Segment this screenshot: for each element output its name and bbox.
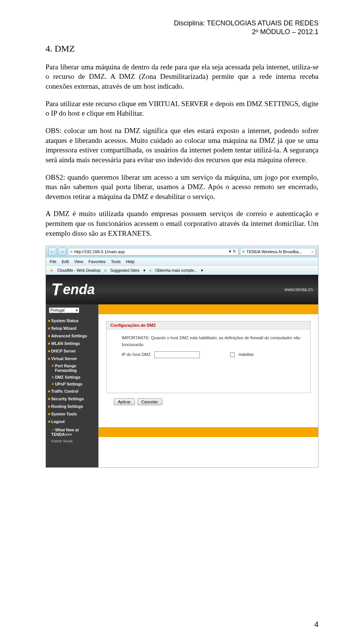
router-sidebar: Portugal ▾ System Status Setup Wizard Ad… [46,304,98,467]
content-top-stripe [99,304,318,314]
address-bar[interactable]: e http://192.168.0.1/main.asp ▾ ↻ [68,248,238,255]
menu-favorites[interactable]: Favorites [88,259,105,264]
menu-view[interactable]: View [74,259,83,264]
router-content: Configurações de DMZ IMPORTANTE: Quando … [98,304,318,467]
dropdown-icon[interactable]: ▾ [229,249,231,254]
section-title: 4. DMZ [46,44,318,54]
content-title: Configurações de DMZ [107,321,310,329]
paragraph-3: OBS: colocar um host na DMZ significa qu… [46,126,318,165]
sidebar-subitem-upnp-settings[interactable]: UPnP Settings [46,381,98,387]
sidebar-item-wlan-settings[interactable]: WLAN Settings [46,340,98,347]
sidebar-item-system-status[interactable]: System Status [46,317,98,324]
sidebar-item-logout[interactable]: Logout [46,418,98,425]
browser-nav-bar: ← → e http://192.168.0.1/main.asp ▾ ↻ e … [46,246,318,257]
header-line2: 2º MÓDULO – 2012.1 [46,28,318,36]
paragraph-4: OBS2: quando queremos liberar um acesso … [46,172,318,202]
paragraph-5: A DMZ é muito utilizada quando empresas … [46,209,318,238]
browser-menu-bar: File Edit View Favorites Tools Help [46,257,318,266]
tab-title: TENDA Wireless-N Broadba... [246,249,302,254]
sidebar-item-system-tools[interactable]: System Tools [46,410,98,418]
menu-file[interactable]: File [50,259,56,264]
dropdown-icon[interactable]: ▾ [143,268,146,273]
sidebar-item-traffic-control[interactable]: Traffic Control [46,387,98,395]
star-icon[interactable]: ★ [50,268,53,273]
sidebar-item-setup-wizard[interactable]: Setup Wizard [46,324,98,332]
sidebar-item-routing-settings[interactable]: Routing Settings [46,403,98,410]
ie-icon: e [149,268,152,273]
dropdown-icon[interactable]: ▾ [201,268,203,273]
ie-icon: e [104,268,107,273]
sidebar-whatnew-link[interactable]: →What New at TENDA>>> [46,425,98,437]
sidebar-item-virtual-server[interactable]: Virtual Server [46,355,98,362]
sidebar-item-security-settings[interactable]: Security Settings [46,395,98,403]
fav-obtenha[interactable]: Obtenha mais comple... [155,268,197,273]
menu-tools[interactable]: Tools [111,259,121,264]
enable-checkbox[interactable] [230,353,235,357]
address-url: http://192.168.0.1/main.asp [74,249,125,254]
fav-suggested[interactable]: Suggested Sites [110,268,139,273]
tab-ie-icon: e [242,249,245,254]
browser-tab[interactable]: e TENDA Wireless-N Broadba... × [240,248,316,255]
paragraph-2: Para utilizar este recurso clique em VIR… [46,99,318,118]
tenda-header: Tenda www.tenda.cn [46,275,318,304]
ie-icon: e [70,249,73,254]
sidebar-item-dhcp-server[interactable]: DHCP Server [46,347,98,355]
sidebar-item-advanced-settings[interactable]: Advanced Settings [46,332,98,340]
back-button[interactable]: ← [48,248,56,256]
refresh-icon[interactable]: ↻ [233,249,236,254]
apply-button[interactable]: Aplicar [114,398,135,405]
language-select[interactable]: Portugal ▾ [49,307,79,313]
tab-close-icon[interactable]: × [311,249,314,254]
sidebar-subitem-port-range[interactable]: Port Range Forwarding [46,362,98,374]
sidebar-copyright: ©2009 Tenda [46,437,98,445]
forward-button[interactable]: → [58,248,66,256]
favorites-bar: ★ CloudMe - Web Desktop e Suggested Site… [46,266,318,275]
enable-label: Habilitar [238,351,254,358]
paragraph-1: Para liberar uma máquina de dentro da re… [46,62,318,91]
chevron-down-icon: ▾ [76,308,78,312]
router-screenshot: ← → e http://192.168.0.1/main.asp ▾ ↻ e … [46,246,318,468]
tenda-url: www.tenda.cn [284,287,313,292]
content-important-text: IMPORTANTE: Quando o host DMZ está habil… [122,335,303,348]
language-value: Portugal [50,308,64,312]
fav-cloudme[interactable]: CloudMe - Web Desktop [57,268,100,273]
content-bottom-stripe [99,427,318,437]
page-header: Disciplina: TECNOLOGIAS ATUAIS DE REDES … [46,19,318,37]
ip-host-label: IP do host DMZ [122,351,151,358]
header-line1: Disciplina: TECNOLOGIAS ATUAIS DE REDES [46,19,318,28]
menu-help[interactable]: Help [126,259,135,264]
ip-host-input[interactable] [154,351,200,358]
cancel-button[interactable]: Cancelar [137,398,162,405]
menu-edit[interactable]: Edit [62,259,69,264]
page-number: 4 [314,620,318,629]
sidebar-subitem-dmz-settings[interactable]: DMZ Settings [46,374,98,381]
tenda-logo: Tenda [51,280,95,299]
brand-text: enda [63,282,95,298]
